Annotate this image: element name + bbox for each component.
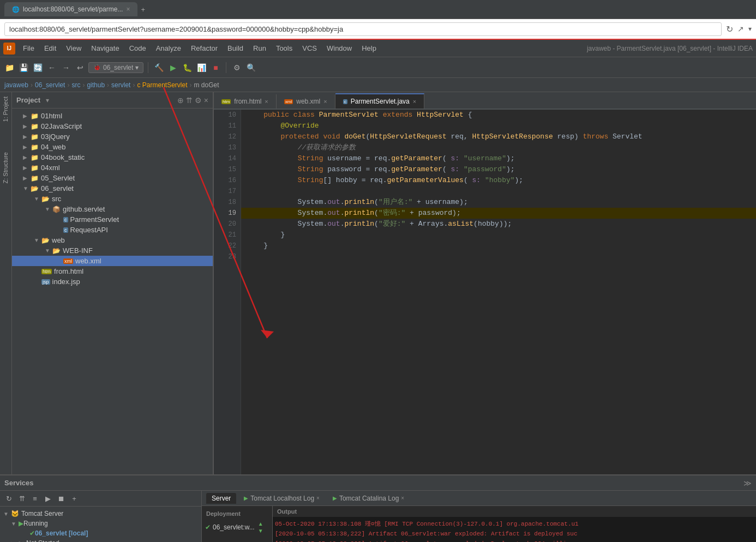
svc-item-running[interactable]: ▼ ▶ Running — [0, 519, 201, 528]
locate-file-btn[interactable]: ⊕ — [177, 96, 184, 105]
breadcrumb-src[interactable]: src — [71, 81, 80, 89]
svc-tab-catalina-close[interactable]: × — [401, 495, 404, 501]
open-file-btn[interactable]: 📁 — [3, 62, 15, 74]
menu-tools[interactable]: Tools — [272, 42, 297, 55]
breadcrumb-javaweb[interactable]: javaweb — [4, 81, 28, 89]
browser-tab-label: localhost:8080/06_servlet/parme... — [23, 5, 123, 13]
left-tab-project[interactable]: 1: Project — [0, 92, 11, 126]
editor-tab-fromhtml[interactable]: htm from.html × — [214, 94, 277, 109]
project-dropdown-icon[interactable]: ▾ — [46, 97, 49, 104]
menu-view[interactable]: View — [62, 42, 86, 55]
menu-help[interactable]: Help — [357, 42, 381, 55]
editor-tab-webxml[interactable]: xml web.xml × — [277, 94, 335, 109]
project-panel-title: Project — [16, 96, 40, 104]
browser-tab-close[interactable]: × — [126, 5, 130, 13]
menu-edit[interactable]: Edit — [40, 42, 61, 55]
code-line-18: System.out.println("用户名:" + username); — [241, 197, 756, 208]
project-panel: Project ▾ ⊕ ⇈ ⚙ × ▶ 📁 01html ▶ 📁 — [12, 92, 214, 474]
stop-btn[interactable]: ■ — [209, 62, 221, 74]
tree-item-src[interactable]: ▼ 📂 src — [12, 194, 213, 204]
tree-item-04bookstatic[interactable]: ▶ 📁 04book_static — [12, 152, 213, 162]
tree-item-04xml[interactable]: ▶ 📁 04xml — [12, 162, 213, 173]
tree-item-02js[interactable]: ▶ 📁 02JavaScript — [12, 121, 213, 131]
tree-item-01html[interactable]: ▶ 📁 01html — [12, 111, 213, 121]
tree-label-04xml: 04xml — [41, 164, 60, 172]
breadcrumb-method[interactable]: m doGet — [194, 81, 219, 89]
deploy-check-icon: ✔ — [29, 529, 35, 537]
svc-filter-btn[interactable]: ≡ — [29, 493, 40, 504]
svc-tab-localhost-close[interactable]: × — [316, 495, 320, 501]
tree-item-parmentservlet[interactable]: ▶ c ParmentServlet — [12, 214, 213, 225]
breadcrumb-class[interactable]: c ParmentServlet — [137, 81, 187, 89]
svc-tab-localhost-log[interactable]: ▶ Tomcat Localhost Log × — [238, 493, 325, 504]
run-btn[interactable]: ▶ — [167, 62, 179, 74]
left-tab-structure[interactable]: Z: Structure — [0, 148, 11, 188]
tree-item-web[interactable]: ▼ 📂 web — [12, 235, 213, 245]
chevron-down-icon[interactable]: ▾ — [748, 25, 752, 33]
svc-item-tomcat-server[interactable]: ▼ 🐱 Tomcat Server — [0, 509, 201, 519]
tree-item-indexjsp[interactable]: ▶ jsp index.jsp — [12, 276, 213, 287]
forward-btn[interactable]: → — [60, 62, 72, 74]
menu-build[interactable]: Build — [223, 42, 248, 55]
svc-item-06servlet[interactable]: ▶ ✔ 06_servlet [local] — [0, 528, 201, 538]
svc-item-not-started[interactable]: ▶ ✂ Not Started — [0, 538, 201, 542]
svc-refresh-btn[interactable]: ↻ — [3, 493, 14, 504]
tree-item-webinf[interactable]: ▼ 📂 WEB-INF — [12, 245, 213, 256]
breadcrumb-06servlet[interactable]: 06_servlet — [35, 81, 65, 89]
tree-item-webxml[interactable]: ▶ xml web.xml — [12, 256, 213, 266]
tree-item-fromhtml[interactable]: ▶ htm from.html — [12, 266, 213, 276]
tree-item-06servlet[interactable]: ▼ 📂 06_servlet — [12, 183, 213, 194]
settings-btn[interactable]: ⚙ — [231, 62, 243, 74]
svc-stop-btn[interactable]: ⏹ — [56, 493, 67, 504]
tree-item-github-servlet[interactable]: ▼ 📦 github.servlet — [12, 204, 213, 214]
menu-run[interactable]: Run — [249, 42, 271, 55]
tree-item-05servlet[interactable]: ▶ 📁 05_Servlet — [12, 173, 213, 183]
services-collapse-icon[interactable]: ≫ — [743, 479, 752, 487]
editor-tab-parmentservlet-close[interactable]: × — [413, 98, 416, 105]
tree-item-03jquery[interactable]: ▶ 📁 03jQuery — [12, 131, 213, 142]
code-content[interactable]: public class ParmentServlet extends Http… — [241, 110, 756, 474]
save-btn[interactable]: 💾 — [17, 62, 29, 74]
svc-collapse-btn[interactable]: ⇈ — [16, 493, 27, 504]
editor-tab-parmentservlet[interactable]: c ParmentServlet.java × — [335, 93, 424, 109]
new-tab-button[interactable]: + — [141, 5, 145, 14]
coverage-btn[interactable]: 📊 — [195, 62, 207, 74]
back-btn[interactable]: ← — [46, 62, 58, 74]
settings-panel-btn[interactable]: ⚙ — [195, 96, 202, 105]
share-icon[interactable]: ↗ — [737, 25, 744, 33]
svc-run-btn[interactable]: ▶ — [43, 493, 53, 504]
close-panel-btn[interactable]: × — [204, 96, 208, 105]
build-btn[interactable]: 🔨 — [153, 62, 165, 74]
menu-navigate[interactable]: Navigate — [87, 42, 123, 55]
reload-icon[interactable]: ↻ — [726, 24, 733, 34]
svc-add-btn[interactable]: + — [69, 493, 80, 504]
breadcrumb-servlet[interactable]: servlet — [111, 81, 130, 89]
sync-btn[interactable]: 🔄 — [32, 62, 44, 74]
project-selector[interactable]: 🐞 06_servlet ▾ — [88, 62, 143, 73]
output-column: Output 05-Oct-2020 17:13:38.108 瑾¤憶 [RMI… — [273, 506, 756, 542]
svc-tab-server[interactable]: Server — [206, 493, 236, 504]
deploy-arrow-up[interactable]: ▲ — [258, 521, 263, 527]
collapse-btn[interactable]: ⇈ — [186, 96, 193, 105]
tree-item-04web[interactable]: ▶ 📁 04_web — [12, 142, 213, 152]
menu-analyze[interactable]: Analyze — [152, 42, 185, 55]
address-bar-input[interactable] — [4, 22, 722, 36]
editor-tab-fromhtml-close[interactable]: × — [265, 98, 268, 105]
deploy-arrow-down[interactable]: ▼ — [258, 528, 263, 534]
ide-title: javaweb - ParmentServlet.java [06_servle… — [587, 45, 753, 52]
editor-tab-webxml-label: web.xml — [296, 98, 320, 105]
undo-btn[interactable]: ↩ — [74, 62, 86, 74]
editor-tab-webxml-close[interactable]: × — [323, 98, 327, 105]
menu-code[interactable]: Code — [125, 42, 151, 55]
breadcrumb-github[interactable]: github — [87, 81, 105, 89]
deploy-item[interactable]: ✔ 06_servlet:w... ▲ ▼ — [202, 519, 272, 535]
tree-item-requestapi[interactable]: ▶ c RequestAPI — [12, 225, 213, 235]
browser-tab[interactable]: 🌐 localhost:8080/06_servlet/parme... × — [4, 2, 137, 16]
svc-tab-catalina-log[interactable]: ▶ Tomcat Catalina Log × — [327, 493, 410, 504]
debug-btn[interactable]: 🐛 — [181, 62, 193, 74]
menu-vcs[interactable]: VCS — [298, 42, 321, 55]
menu-window[interactable]: Window — [322, 42, 356, 55]
menu-refactor[interactable]: Refactor — [187, 42, 222, 55]
search-btn[interactable]: 🔍 — [245, 62, 257, 74]
menu-file[interactable]: File — [19, 42, 39, 55]
